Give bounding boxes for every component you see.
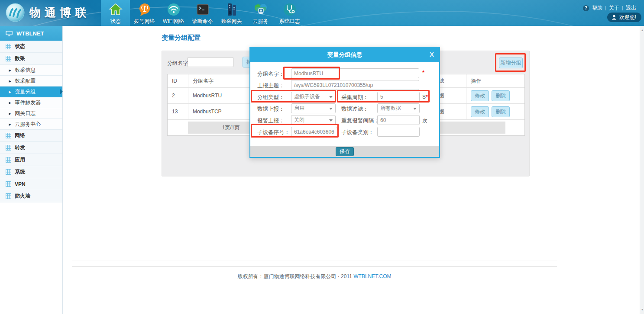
search-input[interactable]	[188, 57, 233, 67]
sidebar-item-gateway-log[interactable]: ▶ 网关日志	[0, 108, 62, 119]
nav-tab-system-log[interactable]: 系统日志	[275, 0, 304, 26]
sidebar-item-forward[interactable]: 转发	[0, 142, 62, 154]
dialog-header: 变量分组信息 X	[250, 48, 439, 62]
wifi-icon	[167, 2, 181, 17]
scrollbar[interactable]: ▲ ▼	[640, 26, 644, 314]
delete-button[interactable]: 删除	[492, 90, 510, 101]
dialog-title: 变量分组信息	[327, 51, 362, 59]
topic-input[interactable]	[291, 80, 419, 90]
sub-device-type-input[interactable]	[377, 127, 420, 137]
sidebar-item-status[interactable]: 状态	[0, 41, 62, 53]
grid-icon	[6, 157, 11, 163]
sidebar-item-label: 网络	[15, 132, 25, 139]
sidebar-item-label: 转发	[15, 144, 25, 151]
group-name-label: 分组名字：	[257, 70, 285, 78]
topic-label: 上报主题：	[257, 82, 285, 90]
nav-label: 系统日志	[279, 18, 300, 24]
alarm-interval-input[interactable]	[377, 115, 420, 125]
top-nav: 状态 拨号网络	[101, 0, 304, 26]
sub-device-sn-label: 子设备序号：	[257, 129, 290, 136]
logo: 物通博联	[5, 3, 90, 22]
nav-tab-daq-gateway[interactable]: 数采网关	[217, 0, 246, 26]
dialog-footer: 保存	[250, 146, 439, 157]
nav-tab-status[interactable]: 状态	[101, 0, 130, 26]
monitor-icon	[6, 31, 13, 36]
sidebar-item-variable-group[interactable]: ▶ 变量分组	[0, 87, 62, 97]
nav-label: 数采网关	[221, 18, 242, 24]
triangle-bullet-icon: ▶	[9, 90, 11, 93]
sidebar-brand: WTBLNET	[0, 26, 62, 41]
triangle-bullet-icon: ▶	[9, 122, 11, 126]
field-row-subdevice: 子设备序号： 子设备类别：	[250, 126, 439, 138]
alarm-report-select[interactable]: 关闭	[291, 115, 336, 125]
sidebar-item-vpn[interactable]: VPN	[0, 178, 62, 190]
top-header-bar: 物通博联 状态 拨号网络	[0, 0, 644, 26]
logout-link[interactable]: 退出	[626, 4, 636, 12]
sidebar-item-daq[interactable]: 数采	[0, 53, 62, 65]
nav-tab-diagnostic-command[interactable]: 诊断命令	[188, 0, 217, 26]
required-mark: *	[422, 69, 424, 76]
data-filter-select[interactable]: 所有数据	[377, 103, 420, 113]
triangle-bullet-icon: ▶	[9, 79, 11, 83]
divider	[622, 6, 623, 10]
sidebar-item-firewall[interactable]: 防火墙	[0, 190, 62, 202]
nav-tab-cloud-service[interactable]: 云服务	[246, 0, 275, 26]
scroll-up-icon[interactable]: ▲	[641, 29, 644, 32]
help-link[interactable]: 帮助	[592, 4, 602, 12]
copyright-text: 版权所有：厦门物通博联网络科技有限公司 · 2011	[237, 273, 353, 279]
data-report-select[interactable]: 启用	[291, 103, 336, 113]
sidebar-item-daq-config[interactable]: ▶ 数采配置	[0, 76, 62, 87]
edit-button[interactable]: 修改	[471, 90, 489, 101]
sidebar-item-daq-info[interactable]: ▶ 数采信息	[0, 65, 62, 76]
field-row-topic: 上报主题：	[250, 80, 439, 91]
footer-divider	[72, 266, 557, 267]
field-row-alarm: 报警上报： 关闭 重复报警间隔： 次	[250, 115, 439, 126]
period-input[interactable]	[377, 92, 420, 102]
sidebar-item-application[interactable]: 应用	[0, 154, 62, 166]
welcome-button[interactable]: 欢迎您!	[607, 13, 641, 22]
sidebar-item-network[interactable]: 网络	[0, 130, 62, 142]
terminal-icon	[196, 2, 210, 17]
alarm-interval-suffix: 次	[422, 117, 427, 125]
nav-label: 诊断命令	[192, 18, 213, 24]
sidebar-item-label: 数采配置	[15, 77, 36, 85]
top-links: ? 帮助 关于 退出	[583, 4, 636, 12]
help-icon: ?	[583, 5, 589, 11]
grid-icon	[6, 169, 11, 175]
period-suffix: S*	[422, 94, 428, 100]
field-row-group-name: 分组名字： *	[250, 68, 439, 80]
sub-device-sn-input[interactable]	[291, 127, 337, 137]
delete-button[interactable]: 删除	[492, 106, 510, 117]
data-filter-value: 所有数据	[380, 105, 401, 112]
add-group-button[interactable]: 新增分组	[499, 58, 523, 68]
gateway-icon	[225, 2, 239, 17]
sidebar-item-event-trigger[interactable]: ▶ 事件触发器	[0, 97, 62, 108]
sidebar: WTBLNET 状态 数采 ▶ 数采信息 ▶ 数采配置 ▶ 变量分组 ▶ 事件触…	[0, 26, 63, 314]
nav-tab-dial-network[interactable]: 拨号网络	[130, 0, 159, 26]
copyright-link[interactable]: WTBLNET.COM	[353, 273, 391, 279]
sidebar-item-label: 数采信息	[15, 67, 36, 74]
nav-label: WIFI网络	[163, 18, 184, 24]
sidebar-item-label: 事件触发器	[15, 99, 41, 106]
data-report-label: 数据上报：	[257, 106, 285, 113]
chevron-down-icon	[413, 108, 417, 110]
triangle-bullet-icon: ▶	[9, 68, 11, 72]
field-row-type-period: 分组类型： 虚拟子设备 采集周期： S*	[250, 91, 439, 103]
home-icon	[109, 2, 123, 17]
nav-tab-wifi-network[interactable]: WIFI网络	[159, 0, 188, 26]
group-name-input[interactable]	[291, 68, 419, 78]
close-icon[interactable]: X	[430, 51, 434, 58]
nav-label: 状态	[110, 18, 121, 24]
about-link[interactable]: 关于	[609, 4, 619, 12]
cell-id: 13	[168, 104, 188, 119]
sidebar-item-system[interactable]: 系统	[0, 166, 62, 178]
sidebar-item-label: 应用	[15, 156, 25, 163]
save-button[interactable]: 保存	[336, 147, 354, 156]
sidebar-item-cloud-center[interactable]: ▶ 云服务中心	[0, 119, 62, 130]
nav-label: 拨号网络	[134, 18, 155, 24]
group-type-select[interactable]: 虚拟子设备	[291, 92, 336, 102]
welcome-label: 欢迎您!	[619, 14, 636, 21]
scroll-down-icon[interactable]: ▼	[641, 308, 644, 311]
edit-button[interactable]: 修改	[471, 106, 489, 117]
cell-id: 2	[168, 88, 188, 103]
